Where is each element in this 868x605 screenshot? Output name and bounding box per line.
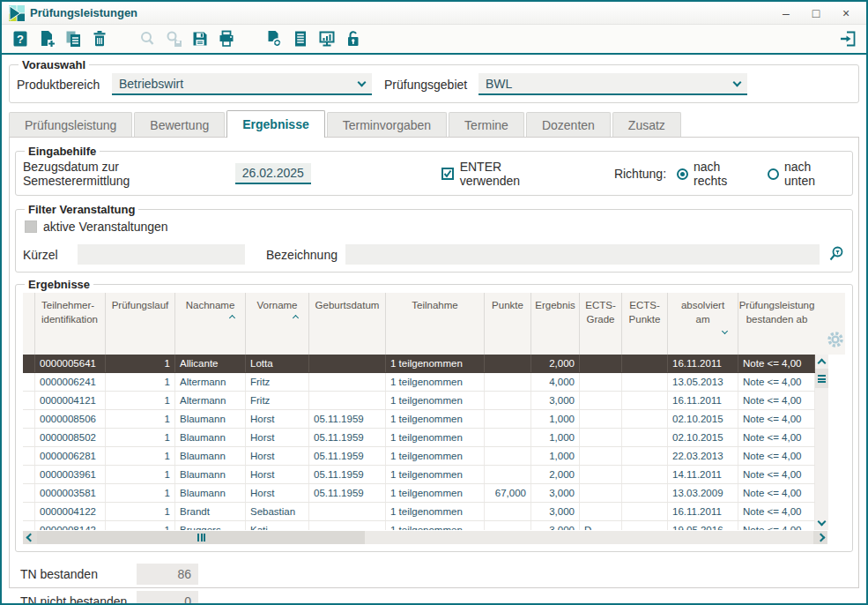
tab-pruefungsleistung[interactable]: Prüfungsleistung xyxy=(9,112,132,137)
pruefungsgebiet-select[interactable]: BWL xyxy=(479,73,747,95)
table-cell: Lotta xyxy=(246,355,309,372)
new-record-icon[interactable] xyxy=(37,29,56,49)
statistics-monitor-icon[interactable] xyxy=(317,29,337,49)
scroll-right-button[interactable] xyxy=(813,531,827,544)
help-icon[interactable]: ? xyxy=(11,29,30,49)
table-cell: 0000005641 xyxy=(35,355,106,372)
table-row[interactable]: 00000062811BlaumannHorst05.11.19591 teil… xyxy=(23,447,815,466)
horizontal-scrollbar[interactable] xyxy=(23,531,827,544)
table-row[interactable]: 00000081421BruggersKati1 teilgenommen3,0… xyxy=(23,521,815,530)
table-cell: 0000008142 xyxy=(35,521,106,530)
enter-checkbox-label: ENTER verwenden xyxy=(460,160,565,188)
richtung-radio-nach-rechts[interactable] xyxy=(677,168,688,180)
tab-zusatz[interactable]: Zusatz xyxy=(612,112,681,137)
table-row[interactable]: 00000056411AllicanteLotta1 teilgenommen2… xyxy=(23,355,815,373)
table-row[interactable]: 00000085021BlaumannHorst05.11.19591 teil… xyxy=(23,429,815,447)
magnifier-icon xyxy=(827,245,845,264)
header-geburtsdatum[interactable]: Geburtsdatum xyxy=(309,293,386,355)
bezeichnung-input[interactable] xyxy=(345,244,820,265)
copy-record-icon[interactable] xyxy=(63,29,83,49)
kuerzel-input[interactable] xyxy=(78,244,245,265)
scroll-up-button[interactable] xyxy=(815,355,828,369)
vorauswahl-legend: Vorauswahl xyxy=(19,58,89,71)
close-button[interactable]: × xyxy=(831,3,861,24)
table-cell: 14.11.2011 xyxy=(668,466,738,483)
table-cell xyxy=(23,373,35,391)
refresh-record-icon[interactable] xyxy=(264,29,284,49)
header-ects-grade[interactable]: ECTS- Grade xyxy=(580,293,622,355)
tab-termine[interactable]: Termine xyxy=(449,112,524,137)
table-settings-gear-icon[interactable] xyxy=(826,330,845,353)
header-ects-punkte[interactable]: ECTS- Punkte xyxy=(622,293,668,355)
chevron-down-icon xyxy=(733,78,742,86)
enter-checkbox[interactable] xyxy=(441,168,454,180)
table-row[interactable]: 00000085061BlaumannHorst05.11.19591 teil… xyxy=(23,410,815,429)
sort-desc-icon xyxy=(722,328,728,334)
header-teilnehmer-identifikation[interactable]: Teilnehmer- identifikation xyxy=(35,293,106,355)
table-cell: Kati xyxy=(246,521,309,530)
table-row[interactable]: 00000041221BrandtSebastian1 teilgenommen… xyxy=(23,503,815,521)
table-cell xyxy=(485,392,531,409)
list-icon[interactable] xyxy=(291,29,310,49)
exit-icon[interactable] xyxy=(838,29,857,49)
richtung-radio-nach-unten[interactable] xyxy=(768,168,779,180)
save-icon[interactable] xyxy=(190,29,210,49)
table-cell: Blaumann xyxy=(175,429,246,446)
horizontal-scroll-thumb[interactable] xyxy=(37,531,365,544)
table-cell: 1 xyxy=(106,429,175,446)
results-table-body: 00000056411AllicanteLotta1 teilgenommen2… xyxy=(23,355,815,530)
header-pruefungslauf[interactable]: Prüfungslauf xyxy=(106,293,175,355)
scroll-down-button[interactable] xyxy=(815,516,828,530)
header-vorname[interactable]: Vorname xyxy=(246,293,309,355)
unlock-icon[interactable] xyxy=(344,29,363,49)
tab-bewertung[interactable]: Bewertung xyxy=(134,112,225,137)
table-cell: 13.03.2009 xyxy=(668,484,738,502)
table-row[interactable]: 00000039611BlaumannHorst05.11.19591 teil… xyxy=(23,466,815,484)
tab-dozenten[interactable]: Dozenten xyxy=(526,112,611,137)
table-cell: 1 xyxy=(106,392,175,409)
table-cell xyxy=(580,355,622,372)
vertical-scroll-thumb[interactable] xyxy=(815,369,828,388)
minimize-button[interactable]: – xyxy=(771,3,801,24)
table-cell xyxy=(580,447,622,465)
scroll-left-button[interactable] xyxy=(23,531,37,544)
table-cell: Horst xyxy=(246,447,309,465)
table-cell: 1 xyxy=(106,410,175,428)
produktbereich-select[interactable]: Betriebswirt xyxy=(112,73,372,95)
bezugsdatum-input[interactable]: 26.02.2025 xyxy=(235,163,311,184)
search-save-icon[interactable] xyxy=(164,29,183,49)
print-icon[interactable] xyxy=(217,29,236,49)
table-cell: Blaumann xyxy=(175,484,246,502)
vertical-scrollbar[interactable] xyxy=(815,355,828,530)
header-ergebnis[interactable]: Ergebnis xyxy=(531,293,580,355)
delete-icon[interactable] xyxy=(90,29,109,49)
table-row[interactable]: 00000041211AltermannFritz1 teilgenommen3… xyxy=(23,392,815,410)
maximize-button[interactable]: □ xyxy=(801,3,831,24)
search-veranstaltung-button[interactable] xyxy=(827,245,845,264)
table-row[interactable]: 00000062411AltermannFritz1 teilgenommen4… xyxy=(23,373,815,392)
table-cell: Fritz xyxy=(246,392,309,409)
table-cell xyxy=(485,429,531,446)
aktive-veranstaltungen-label: aktive Veranstaltungen xyxy=(43,220,168,234)
header-pruefungsleistung-bestanden-ab[interactable]: Prüfungsleistung bestanden ab xyxy=(738,293,815,355)
table-cell: 1 xyxy=(106,355,175,372)
table-cell xyxy=(23,521,35,530)
tab-ergebnisse[interactable]: Ergebnisse xyxy=(226,110,324,138)
header-teilnahme[interactable]: Teilnahme xyxy=(386,293,485,355)
table-cell: 16.11.2011 xyxy=(668,503,738,520)
table-cell: Horst xyxy=(246,429,309,446)
tab-strip: Prüfungsleistung Bewertung Ergebnisse Te… xyxy=(9,112,859,137)
tab-terminvorgaben[interactable]: Terminvorgaben xyxy=(327,112,447,137)
table-cell: 0000006281 xyxy=(35,447,106,465)
bezeichnung-label: Bezeichnung xyxy=(266,248,345,262)
table-cell: 1 xyxy=(106,447,175,465)
header-nachname[interactable]: Nachname xyxy=(175,293,246,355)
results-table-header: Teilnehmer- identifikation Prüfungslauf … xyxy=(23,293,845,355)
table-cell: 3,000 xyxy=(531,521,580,530)
header-absolviert-am[interactable]: absolviert am xyxy=(668,293,738,355)
table-row[interactable]: 00000035811BlaumannHorst05.11.19591 teil… xyxy=(23,484,815,503)
scroll-grip-icon xyxy=(818,375,826,383)
horizontal-scroll-track[interactable] xyxy=(365,531,813,544)
header-punkte[interactable]: Punkte xyxy=(485,293,531,355)
search-icon[interactable] xyxy=(137,29,157,49)
